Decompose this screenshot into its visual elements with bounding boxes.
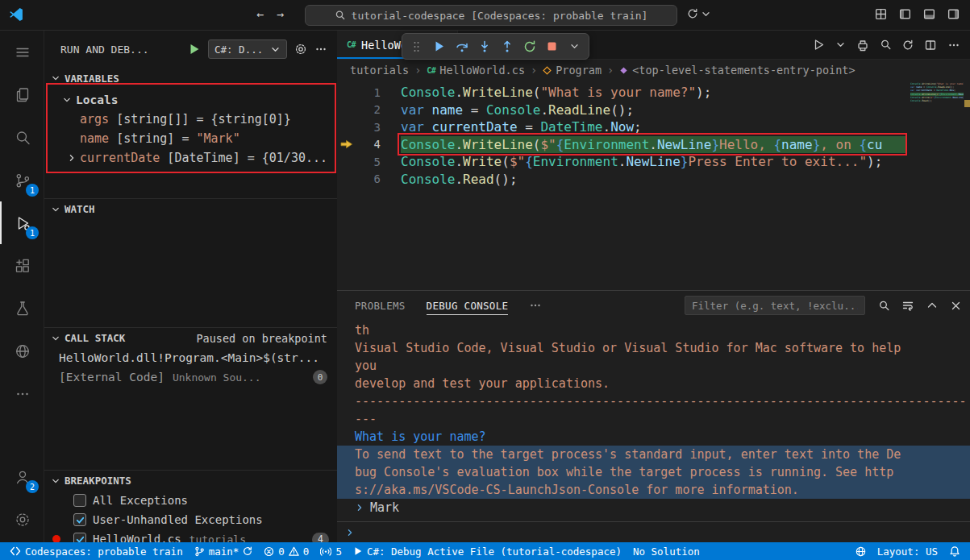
find-icon[interactable]: [880, 39, 892, 51]
activity-settings[interactable]: [0, 498, 44, 541]
code-line[interactable]: 6Console.Read();: [337, 171, 970, 189]
console-line: Visual Studio Code, Visual Studio or Vis…: [337, 339, 970, 357]
console-filter-input[interactable]: [685, 296, 865, 315]
breadcrumb-item[interactable]: C#HelloWorld.cs: [427, 64, 525, 77]
current-line-arrow-icon[interactable]: [337, 139, 356, 149]
code-line[interactable]: 5Console.Write($"{Environment.NewLine}Pr…: [337, 153, 970, 171]
activity-menu[interactable]: [0, 31, 44, 73]
editor-actions: [813, 31, 970, 59]
locals-scope-row[interactable]: Locals: [44, 90, 337, 110]
keyboard-layout[interactable]: Layout: US: [872, 542, 943, 560]
activity-explorer[interactable]: [0, 73, 44, 116]
callstack-section-header[interactable]: CALL STACK Paused on breakpoint: [44, 327, 337, 348]
variable-name: currentDate: [80, 151, 160, 165]
breakpoints-section-header[interactable]: BREAKPOINTS: [44, 470, 337, 491]
debug-console-input[interactable]: [337, 521, 970, 542]
stop-icon[interactable]: [542, 36, 562, 57]
find-icon[interactable]: [878, 300, 890, 312]
variable-row[interactable]: currentDate [DateTime] = {01/30...: [44, 148, 337, 168]
nav-back-icon[interactable]: ←: [256, 7, 264, 22]
debug-config-dropdown[interactable]: C#: D...: [208, 39, 287, 59]
problems-status[interactable]: 00: [258, 542, 314, 560]
panel-more-icon[interactable]: [529, 299, 542, 312]
test-icon: [14, 300, 31, 317]
remote-indicator[interactable]: Codespaces: probable train: [4, 542, 189, 560]
code-line[interactable]: 2var name = Console.ReadLine();: [337, 102, 970, 119]
sidebar-more-icon[interactable]: [314, 43, 327, 56]
minimap[interactable]: Console.WriteLine("What is your name?");…: [910, 82, 964, 203]
activity-remote-explorer[interactable]: [0, 330, 44, 372]
activity-search[interactable]: [0, 116, 44, 159]
customize-layout-icon[interactable]: [874, 7, 888, 21]
refresh-dropdown-icon[interactable]: [687, 8, 711, 19]
stack-frame-row[interactable]: HelloWorld.dll!Program.<Main>$(str...: [44, 348, 337, 367]
chevron-down-icon: [701, 9, 711, 19]
breakpoint-row[interactable]: User-Unhandled Exceptions: [44, 510, 337, 529]
code-line[interactable]: 4Console.WriteLine($"{Environment.NewLin…: [337, 136, 970, 154]
toggle-panel-icon[interactable]: [922, 7, 936, 21]
gripper-icon[interactable]: [406, 36, 427, 57]
close-icon[interactable]: [950, 300, 962, 312]
start-debugging-button[interactable]: [188, 43, 201, 56]
activity-source-control[interactable]: 1: [0, 159, 44, 201]
chevron-down-icon[interactable]: [564, 36, 585, 57]
activity-accounts[interactable]: 2: [0, 455, 44, 498]
code-editor[interactable]: 1Console.WriteLine("What is your name?")…: [337, 81, 970, 290]
network-status[interactable]: [850, 542, 872, 560]
breakpoint-checkbox[interactable]: [73, 533, 86, 542]
breakpoint-checkbox[interactable]: [73, 513, 86, 526]
step-over-icon[interactable]: [452, 36, 472, 57]
toggle-secondary-icon[interactable]: [947, 7, 960, 21]
ports-status[interactable]: 5: [314, 542, 348, 560]
ellipsis-icon[interactable]: [947, 39, 960, 52]
split-editor-icon[interactable]: [924, 39, 937, 52]
breadcrumb-item[interactable]: Program: [543, 64, 602, 77]
watch-section-header[interactable]: WATCH: [44, 198, 337, 219]
breadcrumb-item[interactable]: <top-level-statements-entry-point>: [619, 64, 855, 77]
more-icon: [14, 385, 31, 403]
activity-run-and-debug[interactable]: 1: [0, 201, 44, 244]
debug-status[interactable]: C#: Debug Active File (tutorial-codespac…: [348, 542, 627, 560]
continue-icon[interactable]: [429, 36, 449, 57]
solution-status[interactable]: No Solution: [627, 542, 706, 560]
toggle-sidebar-icon[interactable]: [898, 7, 912, 21]
activity-bar: 11 2: [0, 31, 44, 542]
nav-forward-icon[interactable]: →: [277, 7, 284, 22]
chevron-down-icon[interactable]: [835, 39, 846, 50]
activity-extensions[interactable]: [0, 244, 44, 287]
code-line[interactable]: 1Console.WriteLine("What is your name?")…: [337, 84, 970, 102]
stack-frame-source: Unknown Sou...: [173, 371, 261, 384]
branch-status[interactable]: main*: [189, 542, 259, 560]
panel-tab-debug-console[interactable]: DEBUG CONSOLE: [427, 291, 509, 320]
variables-section-header[interactable]: VARIABLES: [44, 68, 337, 89]
line-number: 4: [356, 138, 381, 151]
activity-more[interactable]: [0, 372, 44, 415]
step-out-icon[interactable]: [497, 36, 517, 57]
stack-frame-row[interactable]: [External Code]Unknown Sou...0: [44, 367, 337, 387]
breakpoint-row[interactable]: HelloWorld.cstutorials4: [44, 529, 337, 542]
debug-console-output: thVisual Studio Code, Visual Studio or V…: [337, 321, 970, 521]
restart-icon[interactable]: [519, 36, 539, 57]
breakpoint-checkbox[interactable]: [73, 494, 86, 507]
step-into-icon[interactable]: [474, 36, 494, 57]
panel-tab-problems[interactable]: PROBLEMS: [355, 291, 406, 320]
breadcrumb-item[interactable]: tutorials: [350, 64, 409, 77]
code-line[interactable]: 3var currentDate = DateTime.Now;: [337, 118, 970, 136]
debug-settings-gear-icon[interactable]: [294, 43, 307, 56]
run-icon[interactable]: [813, 39, 825, 51]
variable-row[interactable]: name [string] = "Mark": [44, 129, 337, 148]
breadcrumb-separator: ›: [414, 64, 421, 77]
breakpoint-row[interactable]: All Exceptions: [44, 491, 337, 510]
settings-icon: [14, 511, 31, 529]
sync-gray-icon[interactable]: [902, 39, 914, 51]
print-icon[interactable]: [856, 39, 869, 52]
maximize-panel-icon[interactable]: [926, 299, 939, 312]
command-center[interactable]: tutorial-codespace [Codespaces: probable…: [305, 5, 677, 26]
variable-row[interactable]: args [string[]] = {string[0]}: [44, 110, 337, 129]
code-text: var name = Console.ReadLine();: [381, 102, 634, 118]
sidebar-run-and-debug: RUN AND DEB... C#: D... VARIABLES Locals…: [44, 31, 337, 542]
activity-testing[interactable]: [0, 287, 44, 330]
breakpoint-label: HelloWorld.cs: [93, 533, 181, 542]
word-wrap-icon[interactable]: [901, 299, 914, 312]
notifications[interactable]: [943, 542, 966, 560]
